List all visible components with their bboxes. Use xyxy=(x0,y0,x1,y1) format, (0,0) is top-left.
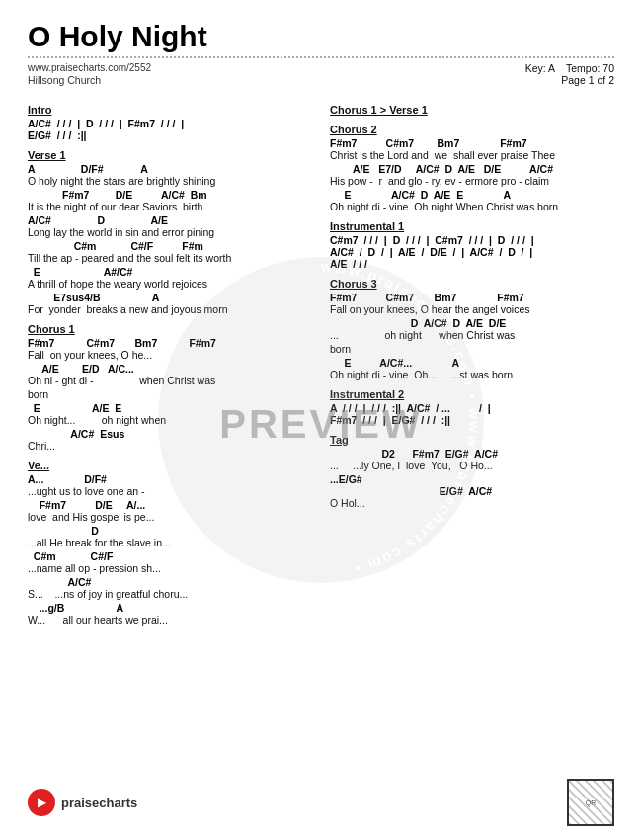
chord-line: A / / / | / / / :|| A/C# / ... / | xyxy=(330,402,614,414)
lyric-line: Oh ni - ght di - when Christ was xyxy=(28,375,312,386)
right-column: Chorus 1 > Verse 1 Chorus 2 F#m7 C#m7 Bm… xyxy=(330,96,614,631)
lyric-line: ...ught us to love one an - xyxy=(28,485,312,497)
lyric-line: W... all our hearts we prai... xyxy=(28,614,312,626)
chord-line: A/C# / / / | D / / / | F#m7 / / / | xyxy=(28,118,312,129)
artist-line: Hillsong Church xyxy=(28,74,151,86)
verse2-title: Ve... xyxy=(28,460,312,471)
chord-line: E A/C# D A/E E A xyxy=(330,189,614,201)
verse2-section: Ve... A... D/F# ...ught us to love one a… xyxy=(28,460,312,626)
chord-line: A/C# / D / | A/E / D/E / | A/C# / D / | xyxy=(330,246,614,258)
key-tempo: Key: A Tempo: 70 xyxy=(525,62,614,74)
lyric-line: Long lay the world in sin and error pini… xyxy=(28,226,312,238)
chorus1-verse1-header: Chorus 1 > Verse 1 xyxy=(330,104,614,116)
chord-line: A/E E7/D A/C# D A/E D/E A/C# xyxy=(330,163,614,175)
chord-line: F#m7 / / / | E/G# / / / :|| xyxy=(330,414,614,426)
chord-line: F#m7 D/E A/C# Bm xyxy=(28,189,312,201)
chord-line: A D/F# A xyxy=(28,163,312,175)
chord-line: A/C# D A/E xyxy=(28,214,312,226)
lyric-line: S... ...ns of joy in greatful choru... xyxy=(28,588,312,600)
lyric-line: Oh night di - vine Oh night When Christ … xyxy=(330,201,614,212)
instrumental1-section: Instrumental 1 C#m7 / / / | D / / / | C#… xyxy=(330,220,614,270)
lyric-line: love and His gospel is pe... xyxy=(28,511,312,523)
page: O Holy Night www.praisecharts.com/2552 H… xyxy=(0,0,642,840)
lyric-line: O Hol... xyxy=(330,497,614,509)
chord-line: E A#/C# xyxy=(28,266,312,278)
play-icon: ▶ xyxy=(28,789,55,816)
chord-line: A/C# Esus xyxy=(28,428,312,440)
tag-title: Tag xyxy=(330,434,614,446)
lyric-line: ...name all op - pression sh... xyxy=(28,562,312,574)
chord-line: C#m C#/F xyxy=(28,550,312,562)
qr-code: QR xyxy=(567,779,614,826)
chord-line: C#m7 / / / | D / / / | C#m7 / / / | D / … xyxy=(330,234,614,246)
chord-line: E A/E E xyxy=(28,402,312,414)
lyric-line: His pow - r and glo - ry, ev - ermore pr… xyxy=(330,175,614,187)
lyric-line: Oh night... oh night when xyxy=(28,414,312,426)
chorus3-section: Chorus 3 F#m7 C#m7 Bm7 F#m7 Fall on your… xyxy=(330,278,614,380)
chord-line: ...g/B A xyxy=(28,602,312,614)
instrumental2-section: Instrumental 2 A / / / | / / / :|| A/C# … xyxy=(330,388,614,426)
chord-line: E/G# / / / :|| xyxy=(28,129,312,141)
verse1-section: Verse 1 A D/F# A O holy night the stars … xyxy=(28,149,312,315)
chorus3-title: Chorus 3 xyxy=(330,278,614,290)
chord-line: F#m7 C#m7 Bm7 F#m7 xyxy=(330,137,614,149)
intro-section: Intro A/C# / / / | D / / / | F#m7 / / / … xyxy=(28,104,312,141)
lyric-line: ...all He break for the slave in... xyxy=(28,537,312,548)
lyric-line: A thrill of hope the weary world rejoice… xyxy=(28,278,312,290)
chord-line: C#m C#/F F#m xyxy=(28,240,312,252)
chorus2-section: Chorus 2 F#m7 C#m7 Bm7 F#m7 Christ is th… xyxy=(330,124,614,212)
page-number: Page 1 of 2 xyxy=(525,74,614,86)
dotted-divider xyxy=(28,56,614,58)
left-column: Intro A/C# / / / | D / / / | F#m7 / / / … xyxy=(28,96,312,631)
footer-brand: praisecharts xyxy=(61,796,137,810)
chord-line: A/E E/D A/C... xyxy=(28,363,312,375)
chord-line: D A/C# D A/E D/E xyxy=(330,317,614,329)
lyric-line: born xyxy=(28,388,312,400)
footer: ▶ praisecharts QR xyxy=(28,779,614,826)
chorus1-title: Chorus 1 xyxy=(28,323,312,335)
header-section: O Holy Night www.praisecharts.com/2552 H… xyxy=(28,20,614,86)
chord-line: E/G# A/C# xyxy=(330,485,614,497)
tag-section: Tag D2 F#m7 E/G# A/C# ... ...ly One, I l… xyxy=(330,434,614,509)
chord-line: E A/C#... A xyxy=(330,357,614,369)
chorus1-verse1-title: Chorus 1 > Verse 1 xyxy=(330,104,614,116)
lyric-line: Oh night di - vine Oh... ...st was born xyxy=(330,369,614,380)
chord-line: A... D/F# xyxy=(28,473,312,485)
url-line: www.praisecharts.com/2552 xyxy=(28,62,151,73)
chord-line: A/C# xyxy=(28,576,312,588)
chord-line: A/E / / / xyxy=(330,258,614,270)
lyric-line: Till the ap - peared and the soul felt i… xyxy=(28,252,312,264)
chord-line: F#m7 C#m7 Bm7 F#m7 xyxy=(28,337,312,349)
chord-line: F#m7 D/E A/... xyxy=(28,499,312,511)
lyric-line: ... oh night when Christ was xyxy=(330,329,614,341)
lyric-line: born xyxy=(330,343,614,355)
chord-line: E7sus4/B A xyxy=(28,292,312,303)
chord-line: D2 F#m7 E/G# A/C# xyxy=(330,448,614,460)
chord-line: F#m7 C#m7 Bm7 F#m7 xyxy=(330,292,614,303)
lyric-line: Christ is the Lord and we shall ever pra… xyxy=(330,149,614,161)
instrumental2-title: Instrumental 2 xyxy=(330,388,614,400)
lyric-line: O holy night the stars are brightly shin… xyxy=(28,175,312,187)
verse1-title: Verse 1 xyxy=(28,149,312,161)
lyric-line: For yonder breaks a new and joyous morn xyxy=(28,303,312,315)
lyric-line: Fall on your knees, O he... xyxy=(28,349,312,361)
lyric-line: Chri... xyxy=(28,440,312,452)
chorus1-section: Chorus 1 F#m7 C#m7 Bm7 F#m7 Fall on your… xyxy=(28,323,312,452)
song-title: O Holy Night xyxy=(28,20,614,52)
chorus2-title: Chorus 2 xyxy=(330,124,614,135)
chord-line: D xyxy=(28,525,312,537)
footer-logo: ▶ praisecharts xyxy=(28,789,137,816)
content-columns: Intro A/C# / / / | D / / / | F#m7 / / / … xyxy=(28,96,614,631)
lyric-line: Fall on your knees, O hear the angel voi… xyxy=(330,303,614,315)
chord-line: ...E/G# xyxy=(330,473,614,485)
instrumental1-title: Instrumental 1 xyxy=(330,220,614,232)
lyric-line: ... ...ly One, I love You, O Ho... xyxy=(330,460,614,471)
lyric-line: It is the night of our dear Saviors birt… xyxy=(28,201,312,212)
intro-title: Intro xyxy=(28,104,312,116)
